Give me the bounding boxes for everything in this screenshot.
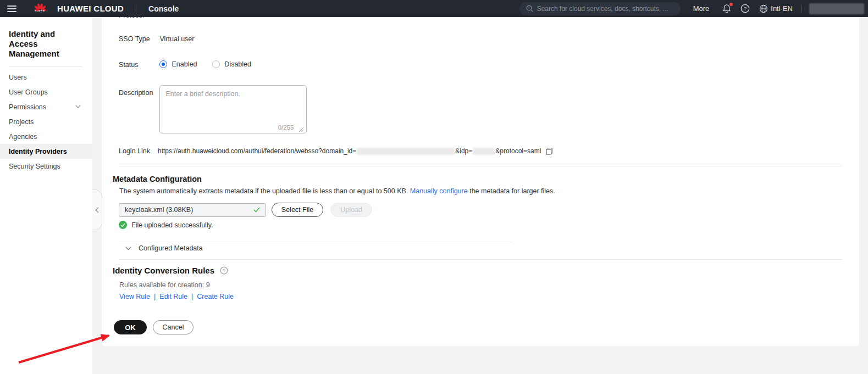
sidebar-collapse-button[interactable] [92,189,102,230]
copy-link-button[interactable] [546,148,552,155]
brand-title: HUAWEI CLOUD [57,4,124,13]
login-link-prefix: https://auth.huaweicloud.com/authui/fede… [158,147,356,155]
nav-label: User Groups [9,88,48,96]
sidebar-divider [9,66,82,66]
metadata-hint: The system automatically extracts metada… [119,187,555,195]
question-icon: ? [740,4,750,13]
sidebar-item-identity-providers[interactable]: Identity Providers [0,144,92,159]
notification-badge [729,3,733,6]
valid-check-icon [253,207,260,213]
select-file-button[interactable]: Select File [272,203,323,217]
locale-switcher[interactable]: Intl-EN [759,4,793,13]
sidebar-title: Identity and Access Management [9,29,84,59]
top-navbar: HUAWEI HUAWEI CLOUD Console Search for c… [0,0,868,17]
help-button[interactable]: ? [740,4,750,13]
identity-conversion-rules-header: Identity Conversion Rules ? [113,266,228,275]
radio-icon [159,60,167,68]
chevron-down-icon [75,105,81,108]
status-radio-disabled[interactable]: Disabled [212,60,251,68]
notifications-button[interactable] [722,4,731,13]
upload-button-disabled[interactable]: Upload [330,203,372,217]
sidebar-item-projects[interactable]: Projects [0,114,92,129]
protocol-label-clipped: Protocol [119,17,158,19]
hamburger-menu-icon[interactable] [7,5,16,12]
link-separator: | [191,293,193,300]
link-separator: | [154,293,156,300]
nav-label: Projects [9,118,34,126]
more-menu[interactable]: More [693,4,710,13]
nav-label: Users [9,74,27,81]
iam-sidebar: Identity and Access Management Users Use… [0,17,92,374]
radio-label: Disabled [224,60,251,68]
field-label: Status [119,61,158,69]
hint-text: The system automatically extracts metada… [119,187,410,195]
field-label: Login Link [119,147,158,155]
selected-file-field[interactable]: keycloak.xml (3.08KB) [119,203,266,217]
description-row: Description 0/255 [119,85,307,135]
section-divider [119,259,842,260]
help-tooltip-icon[interactable]: ? [220,266,228,275]
globe-icon [759,4,768,13]
radio-icon [212,60,220,68]
create-rule-link[interactable]: Create Rule [197,293,234,300]
edit-rule-link[interactable]: Edit Rule [159,293,187,300]
svg-text:?: ? [744,5,747,12]
account-name-redacted[interactable] [809,3,864,14]
page-body: Identity and Access Management Users Use… [0,17,868,374]
success-message: File uploaded successfully. [131,221,213,229]
field-label: Description [119,89,158,97]
sidebar-item-agencies[interactable]: Agencies [0,129,92,144]
sso-type-row: SSO Type Virtual user [119,35,194,43]
topbar-divider [801,5,802,13]
sidebar-item-permissions[interactable]: Permissions [0,99,92,114]
global-search-input[interactable]: Search for cloud services, docs, shortcu… [519,2,681,15]
huawei-cloud-console: HUAWEI HUAWEI CLOUD Console Search for c… [0,0,868,374]
configured-metadata-label: Configured Metadata [139,244,203,252]
sso-type-value: Virtual user [159,35,194,43]
console-link[interactable]: Console [148,4,179,13]
view-rule-link[interactable]: View Rule [119,293,150,300]
hint-text: the metadata for larger files. [468,187,555,195]
nav-label: Agencies [9,133,37,141]
section-divider [119,166,842,166]
login-link-row: Login Link https://auth.huaweicloud.com/… [119,147,552,155]
char-counter: 0/255 [278,124,294,131]
nav-label: Permissions [9,103,46,111]
nav-label: Security Settings [9,163,60,170]
ok-button[interactable]: OK [114,320,147,334]
configured-metadata-toggle[interactable]: Configured Metadata [125,244,203,252]
login-link-suffix: &protocol=saml [495,147,541,155]
svg-text:?: ? [223,268,225,273]
search-icon [526,5,533,12]
login-link-value: https://auth.huaweicloud.com/authui/fede… [158,147,552,155]
status-row: Status Enabled Disabled [119,60,251,69]
status-radio-enabled[interactable]: Enabled [159,60,197,68]
sidebar-item-users[interactable]: Users [0,70,92,85]
chevron-left-icon [95,207,99,213]
locale-label: Intl-EN [771,4,793,13]
sidebar-item-user-groups[interactable]: User Groups [0,85,92,99]
nav-label: Identity Providers [9,148,67,155]
chevron-down-icon [125,247,131,250]
manually-configure-link[interactable]: Manually configure [410,187,468,195]
metadata-section-title: Metadata Configuration [113,175,202,183]
field-label: SSO Type [119,35,158,43]
success-check-icon [119,221,127,229]
rules-links-row: View Rule | Edit Rule | Create Rule [119,293,234,300]
sidebar-item-security-settings[interactable]: Security Settings [0,159,92,174]
huawei-logo-word: HUAWEI [35,10,46,12]
idp-redacted [473,148,495,155]
collapse-divider-top [119,242,513,242]
cancel-button[interactable]: Cancel [153,320,193,334]
huawei-logo[interactable]: HUAWEI [30,3,51,14]
topbar-divider [136,4,136,13]
file-upload-row: keycloak.xml (3.08KB) Select File Upload [119,203,372,217]
rules-section-title: Identity Conversion Rules [113,266,214,275]
login-link-idp: &idp= [455,147,472,155]
domain-id-redacted [357,148,455,155]
resize-handle-icon[interactable] [299,127,303,132]
radio-label: Enabled [172,60,197,68]
search-placeholder: Search for cloud services, docs, shortcu… [537,5,668,13]
identity-provider-form-card: Protocol SSO Type Virtual user Status En… [102,17,859,346]
field-label: Protocol [119,17,158,19]
